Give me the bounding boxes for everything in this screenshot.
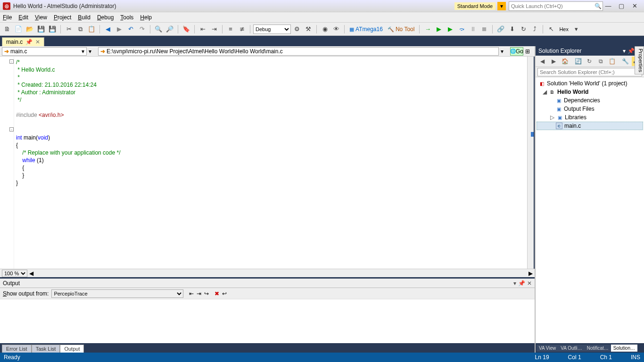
tab-error-list[interactable]: Error List xyxy=(2,345,32,353)
open-icon[interactable]: 📂 xyxy=(25,24,35,34)
se-search-input[interactable] xyxy=(537,68,642,76)
panel-pin-icon[interactable]: 📌 xyxy=(518,280,525,287)
copy-icon[interactable]: ⧉ xyxy=(75,24,85,34)
tree-output-files[interactable]: ▣ Output Files xyxy=(537,105,643,113)
build-icon[interactable]: ⚙ xyxy=(292,24,302,34)
se-properties-icon[interactable]: 🔧 xyxy=(620,57,630,66)
menu-project[interactable]: Project xyxy=(54,14,71,21)
cursor-icon[interactable]: ↖ xyxy=(546,24,556,34)
path-dropdown-icon[interactable]: ▾ xyxy=(501,48,508,55)
tab-va-outline[interactable]: VA Outli… xyxy=(558,345,584,352)
properties-collapsed-tab[interactable]: Properties xyxy=(635,46,644,74)
tab-notifications[interactable]: Notificat… xyxy=(585,345,611,352)
breakpoint-icon[interactable]: ◉ xyxy=(320,24,330,34)
se-collapse-icon[interactable]: ⧉ xyxy=(596,57,605,66)
chevron-down-icon[interactable]: ▾ xyxy=(571,24,582,34)
save-all-icon[interactable]: 💾 xyxy=(47,24,58,34)
quick-launch-input[interactable] xyxy=(509,1,603,11)
tab-output[interactable]: Output xyxy=(60,345,84,353)
output-wrap-icon[interactable]: ↩ xyxy=(222,290,227,297)
toggle-icon[interactable]: ⊞ xyxy=(525,48,533,55)
solution-tree[interactable]: ◧ Solution 'Hello World' (1 project) ◢ 🗎… xyxy=(536,77,644,343)
new-file-icon[interactable]: 📄 xyxy=(13,24,24,34)
expand-icon[interactable]: ◢ xyxy=(542,89,547,95)
uncomment-icon[interactable]: ≢ xyxy=(237,24,247,34)
undo-icon[interactable]: ↶ xyxy=(125,24,136,34)
find-icon[interactable]: 🔍 xyxy=(153,24,164,34)
redo-icon[interactable]: ↷ xyxy=(137,24,147,34)
go-button[interactable]: 🌐Go xyxy=(510,47,523,56)
nav-fwd-icon[interactable]: ▶ xyxy=(114,24,124,34)
scope-dropdown[interactable]: ➜ main.c▾ xyxy=(2,47,87,56)
step-over-icon[interactable]: ⤼ xyxy=(456,24,467,34)
output-source-select[interactable]: PercepioTrace xyxy=(51,289,183,298)
close-tab-icon[interactable]: ✕ xyxy=(35,39,40,45)
step-into-icon[interactable]: → xyxy=(422,24,433,34)
reset-icon[interactable]: ↻ xyxy=(518,24,528,34)
menu-file[interactable]: File xyxy=(3,14,12,21)
document-tab-main-c[interactable]: main.c 📌 ✕ xyxy=(2,37,44,46)
stop-icon[interactable]: ⏹ xyxy=(479,24,489,34)
tab-task-list[interactable]: Task List xyxy=(32,345,60,353)
output-prev-icon[interactable]: ⇤ xyxy=(189,290,194,297)
find-files-icon[interactable]: 🔎 xyxy=(165,24,175,34)
build-all-icon[interactable]: ⚒ xyxy=(303,24,314,34)
pause-icon[interactable]: ⏸ xyxy=(468,24,478,34)
nav-back-icon[interactable]: ◀ xyxy=(103,24,113,34)
close-button[interactable]: ✕ xyxy=(628,2,641,9)
tree-libraries[interactable]: ▷ ▣ Libraries xyxy=(537,113,643,122)
se-showall-icon[interactable]: 📋 xyxy=(607,57,617,66)
new-project-icon[interactable]: 🗎 xyxy=(2,24,12,34)
output-next-icon[interactable]: ⇥ xyxy=(197,290,201,297)
hex-label[interactable]: Hex xyxy=(557,26,570,32)
tree-dependencies[interactable]: ▣ Dependencies xyxy=(537,96,643,105)
menu-edit[interactable]: Edit xyxy=(18,14,28,21)
run-icon[interactable]: ▶ xyxy=(434,24,444,34)
tree-project[interactable]: ◢ 🗎 Hello World xyxy=(537,88,643,96)
watch-icon[interactable]: 👁 xyxy=(331,24,341,34)
se-pin-icon[interactable]: 📌 xyxy=(627,48,635,54)
filter-icon[interactable]: ▾ xyxy=(497,2,506,10)
code-editor[interactable]: - - /* * Hello World.c * * Created: 21.1… xyxy=(0,57,535,269)
panel-close-icon[interactable]: ✕ xyxy=(527,280,532,287)
vertical-scrollbar[interactable] xyxy=(527,57,534,269)
menu-debug[interactable]: Debug xyxy=(97,14,114,21)
output-goto-icon[interactable]: ↪ xyxy=(204,290,209,297)
nav-dropdown-icon[interactable]: ▾ xyxy=(89,48,96,55)
save-icon[interactable]: 💾 xyxy=(36,24,46,34)
tree-solution-root[interactable]: ◧ Solution 'Hello World' (1 project) xyxy=(537,79,643,88)
maximize-button[interactable]: ▢ xyxy=(615,2,628,9)
indent-in-icon[interactable]: ⇥ xyxy=(209,24,219,34)
se-back-icon[interactable]: ◀ xyxy=(537,57,547,66)
scroll-right-icon[interactable]: ▶ xyxy=(528,270,533,277)
device-label[interactable]: ▦ ATmega16 xyxy=(347,26,385,33)
detach-icon[interactable]: ⬇ xyxy=(507,24,517,34)
comment-icon[interactable]: ≡ xyxy=(225,24,236,34)
zoom-select[interactable]: 100 % xyxy=(2,270,27,277)
se-dropdown-icon[interactable]: ▾ xyxy=(623,48,626,54)
menu-tools[interactable]: Tools xyxy=(120,14,133,21)
expand-icon[interactable]: ▷ xyxy=(550,114,554,121)
output-clear-icon[interactable]: ✖ xyxy=(215,290,219,297)
minimize-button[interactable]: — xyxy=(602,2,615,9)
tool-label[interactable]: 🔨 No Tool xyxy=(386,26,417,33)
file-path-field[interactable]: ➜ E:\svnpi\micro-pi.ru\New Project\Atmel… xyxy=(98,47,499,56)
bookmark-icon[interactable]: 🔖 xyxy=(181,24,191,34)
paste-icon[interactable]: 📋 xyxy=(86,24,97,34)
pin-icon[interactable]: 📌 xyxy=(25,39,33,45)
tab-solution[interactable]: Solution… xyxy=(611,345,637,352)
menu-build[interactable]: Build xyxy=(78,14,91,21)
fold-toggle[interactable]: - xyxy=(9,127,14,132)
se-sync-icon[interactable]: 🔄 xyxy=(573,57,583,66)
cut-icon[interactable]: ✂ xyxy=(64,24,74,34)
attach-icon[interactable]: 🔗 xyxy=(495,24,506,34)
mode-badge[interactable]: Standard Mode xyxy=(454,2,495,10)
se-fwd-icon[interactable]: ▶ xyxy=(549,57,558,66)
step-out-icon[interactable]: ⤴ xyxy=(529,24,540,34)
tree-main-c[interactable]: C main.c xyxy=(537,122,643,130)
se-refresh-icon[interactable]: ↻ xyxy=(585,57,594,66)
panel-dropdown-icon[interactable]: ▾ xyxy=(513,280,516,287)
config-select[interactable]: Debug xyxy=(253,25,291,34)
tab-va-view[interactable]: VA View xyxy=(537,345,558,352)
output-body[interactable] xyxy=(0,299,535,343)
